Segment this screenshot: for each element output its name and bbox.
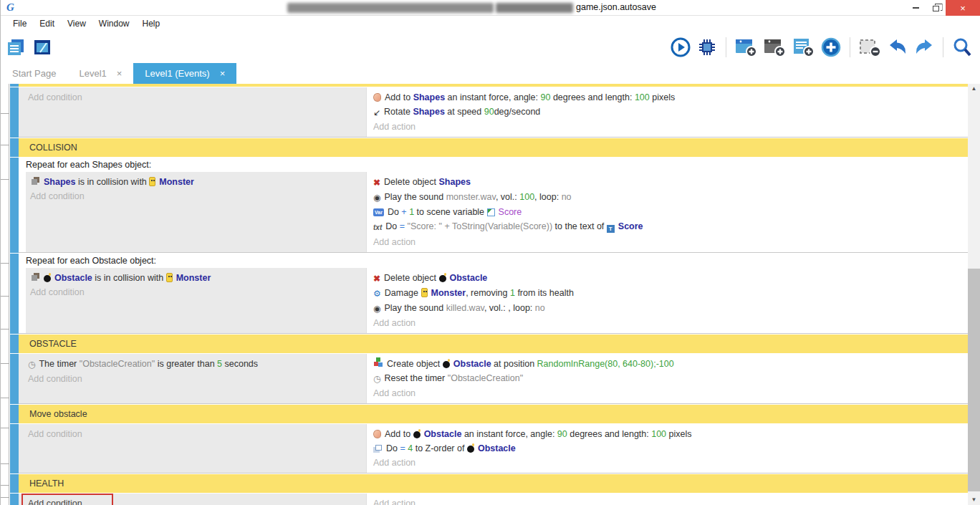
text-segment: Do	[386, 443, 400, 453]
tab-level1[interactable]: Level1 ×	[67, 63, 133, 84]
action-line[interactable]: ◷Reset the timer "ObstacleCreation"	[373, 371, 969, 386]
event-selection-bar[interactable]	[10, 84, 19, 87]
zorder-icon	[375, 445, 382, 451]
event-selection-bar[interactable]	[10, 335, 19, 353]
add-external-events-icon[interactable]	[792, 37, 815, 58]
scroll-down-icon[interactable]: ▼	[968, 495, 980, 505]
event-content: Add conditionAdd action	[19, 494, 969, 505]
obstacle-icon	[467, 446, 474, 453]
event-selection-bar[interactable]	[10, 405, 19, 423]
action-line[interactable]: ◉Play the sound monster.wav, vol.: 100, …	[373, 190, 969, 205]
close-button[interactable]: ×	[946, 0, 980, 16]
txt-icon: txt	[373, 221, 382, 235]
menu-file[interactable]: File	[6, 19, 33, 29]
minimize-button[interactable]	[905, 0, 926, 16]
tab-start-page[interactable]: Start Page	[1, 63, 67, 84]
comment-row[interactable]: COLLISION	[10, 138, 969, 157]
event-selection-bar[interactable]	[10, 87, 19, 138]
add-condition-placeholder[interactable]: Add condition	[30, 285, 366, 299]
event-row[interactable]: Repeat for each Shapes object:Shapes is …	[10, 158, 969, 253]
debug-icon[interactable]	[696, 37, 718, 58]
add-external-layout-icon[interactable]	[763, 37, 787, 58]
event-selection-bar[interactable]	[10, 354, 19, 404]
object-name: Shapes	[439, 177, 471, 187]
deactivate-icon[interactable]	[858, 37, 882, 58]
add-object-icon[interactable]	[820, 37, 842, 58]
condition-line[interactable]: ◷The timer "ObstacleCreation" is greater…	[28, 357, 366, 372]
add-action-placeholder[interactable]: Add action	[373, 386, 969, 400]
add-action-placeholder[interactable]: Add action	[373, 120, 969, 134]
action-line[interactable]: ↙Rotate Shapes at speed 90deg/second	[373, 105, 969, 120]
action-line[interactable]: ✖Delete object Shapes	[373, 175, 969, 190]
add-action-placeholder[interactable]: Add action	[373, 496, 969, 505]
event-selection-bar[interactable]	[10, 494, 19, 505]
comment-label: COLLISION	[29, 143, 77, 153]
text-segment: 100	[651, 429, 666, 439]
comment-label: HEALTH	[29, 478, 64, 489]
scrollbar-thumb[interactable]	[968, 269, 980, 491]
create-icon	[374, 362, 378, 366]
event-row[interactable]: Add conditionAdd to Obstacle an instant …	[10, 424, 969, 473]
comment-partial	[10, 84, 969, 87]
event-selection-bar[interactable]	[10, 474, 19, 493]
event-selection-bar[interactable]	[10, 254, 19, 334]
event-selection-bar[interactable]	[10, 424, 19, 473]
action-line[interactable]: ◉Play the sound killed.wav, vol.: , loop…	[373, 301, 969, 316]
add-action-placeholder[interactable]: Add action	[373, 456, 969, 470]
add-action-placeholder[interactable]: Add action	[373, 235, 969, 249]
action-line[interactable]: Create object Obstacle at position Rando…	[373, 357, 969, 371]
scene-editor-icon[interactable]	[5, 37, 27, 58]
text-segment: Add to	[385, 92, 413, 102]
condition-line[interactable]: Obstacle is in collision with Monster	[30, 271, 366, 285]
add-condition-placeholder[interactable]: Add condition	[28, 427, 366, 441]
add-condition-placeholder[interactable]: Add condition	[28, 372, 366, 386]
action-line[interactable]: VarDo + 1 to scene variable Score	[373, 205, 969, 219]
vertical-scrollbar[interactable]: ▲ ▼	[968, 84, 980, 505]
text-segment: The timer	[39, 359, 79, 369]
object-name: Obstacle	[450, 273, 488, 283]
scenevar-icon	[487, 208, 495, 216]
add-scene-icon[interactable]	[734, 37, 758, 58]
comment-row[interactable]: OBSTACLE	[10, 335, 969, 353]
tab-close-icon[interactable]: ×	[117, 68, 123, 79]
event-row[interactable]: ◷The timer "ObstacleCreation" is greater…	[10, 354, 969, 404]
event-selection-bar[interactable]	[10, 158, 19, 253]
action-line[interactable]: ✖Delete object Obstacle	[373, 271, 969, 286]
play-icon[interactable]	[670, 37, 691, 58]
restore-button[interactable]	[926, 0, 946, 16]
text-segment: 90	[484, 107, 494, 117]
scroll-up-icon[interactable]: ▲	[968, 84, 980, 94]
event-row[interactable]: Repeat for each Obstacle object:Obstacle…	[10, 254, 969, 334]
event-selection-bar[interactable]	[10, 138, 19, 157]
event-row[interactable]: Add conditionAdd to Shapes an instant fo…	[10, 87, 969, 138]
menu-view[interactable]: View	[61, 19, 92, 29]
tab-close-icon[interactable]: ×	[220, 68, 226, 79]
menu-window[interactable]: Window	[92, 19, 136, 29]
gutter-tick	[1, 485, 9, 486]
undo-icon[interactable]	[887, 37, 908, 58]
action-line[interactable]: ⚙Damage Monster, removing 1 from its hea…	[373, 286, 969, 301]
comment-row[interactable]: Move obstacle	[10, 405, 969, 423]
redo-icon[interactable]	[913, 37, 935, 58]
action-line[interactable]: Add to Obstacle an instant force, angle:…	[373, 427, 969, 441]
search-icon[interactable]	[951, 37, 973, 58]
condition-line[interactable]: Shapes is in collision with Monster	[30, 175, 366, 189]
menu-edit[interactable]: Edit	[33, 19, 61, 29]
tab-level1-events[interactable]: Level1 (Events) ×	[133, 63, 236, 84]
add-condition-placeholder[interactable]: Add condition	[30, 189, 366, 203]
toolbar-separator	[943, 37, 943, 57]
project-window-icon[interactable]	[32, 37, 53, 58]
add-condition-placeholder[interactable]: Add condition	[28, 90, 366, 105]
minimize-icon	[913, 7, 919, 9]
redacted-title-block	[287, 3, 494, 13]
add-condition-placeholder[interactable]: Add condition	[28, 496, 366, 505]
action-line[interactable]: Add to Shapes an instant force, angle: 9…	[373, 90, 969, 105]
text-segment: 100	[519, 192, 534, 202]
add-action-placeholder[interactable]: Add action	[373, 316, 969, 330]
menu-help[interactable]: Help	[136, 19, 167, 29]
action-line[interactable]: txtDo = "Score: " + ToString(Variable(Sc…	[373, 219, 969, 235]
action-line[interactable]: Do = 4 to Z-order of Obstacle	[373, 441, 969, 456]
event-row[interactable]: Add conditionAdd action	[10, 494, 969, 505]
sheet-gutter	[1, 84, 9, 505]
comment-row[interactable]: HEALTH	[10, 474, 969, 493]
